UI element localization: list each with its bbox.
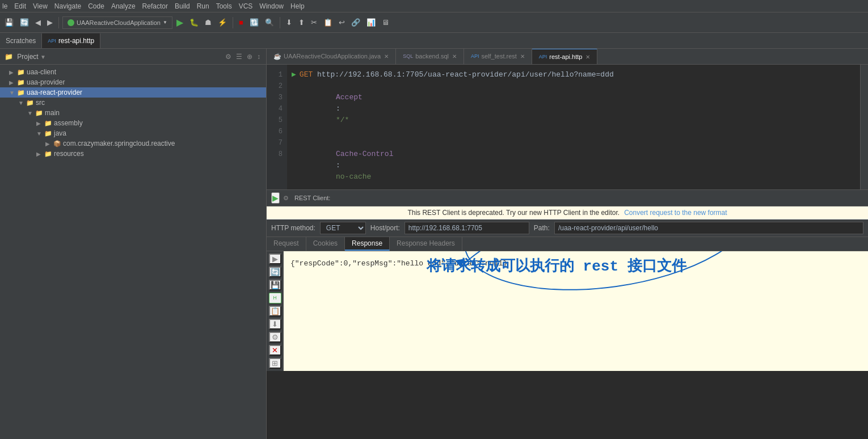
rest-run-button[interactable]: ▶ <box>271 192 280 204</box>
rest-tab-cookies[interactable]: Cookies <box>306 237 345 251</box>
rest-tab-request[interactable]: Request <box>267 237 306 251</box>
line-num-7: 7 <box>267 137 283 149</box>
run-config-selector[interactable]: UAAReactiveCloudApplication ▼ <box>62 16 172 29</box>
tree-item-uaa-client[interactable]: ▶ 📁 uaa-client <box>0 67 266 77</box>
tree-item-resources[interactable]: ▶ 📁 resources <box>0 149 266 159</box>
rest-api-breadcrumb-tab[interactable]: API rest-api.http <box>42 33 100 48</box>
stop-button[interactable]: ■ <box>237 17 246 28</box>
tree-item-uaa-provider[interactable]: ▶ 📁 uaa-provider <box>0 77 266 87</box>
tab-rest-api[interactable]: API rest-api.http ✕ <box>532 49 598 64</box>
response-icon-export[interactable]: ⬇ <box>269 319 281 330</box>
rest-convert-link[interactable]: Convert request to the new format <box>624 209 727 217</box>
menu-le[interactable]: le <box>2 2 7 10</box>
response-icon-x[interactable]: ✕ <box>269 345 281 356</box>
menu-help[interactable]: Help <box>290 2 305 10</box>
project-collapse-btn[interactable]: ↕ <box>256 52 262 61</box>
menu-window[interactable]: Window <box>259 2 284 10</box>
response-left-icons: ▶ 🔄 💾 H 📋 ⬇ ⚙ ✕ ⊞ <box>267 251 284 371</box>
response-icon-reload[interactable]: 🔄 <box>269 267 281 277</box>
rest-path-label: Path: <box>534 224 550 232</box>
tree-folder-icon-java: 📁 <box>44 130 52 137</box>
tab-backend-sql[interactable]: SQL backend.sql ✕ <box>396 49 464 64</box>
rest-deprecated-msg: This REST Client is deprecated. Try our … <box>407 209 620 217</box>
code-line-2: Accept : */* <box>292 81 856 137</box>
menu-edit[interactable]: Edit <box>14 2 26 10</box>
toolbar-new-btn[interactable]: 💾 <box>2 17 16 28</box>
run-button[interactable]: ▶ <box>174 16 186 29</box>
rest-tab-response[interactable]: Response <box>345 237 390 251</box>
code-content[interactable]: ▶ GET http://192.168.68.1:7705/uaa-react… <box>287 65 860 189</box>
tab-label-uaa-app: UAAReactiveCloudApplication.java <box>284 53 381 60</box>
tab-close-rest-api[interactable]: ✕ <box>585 54 590 60</box>
rest-response-panel: ▶ 🔄 💾 H 📋 ⬇ ⚙ ✕ ⊞ {"respCode":0,"respMsg… <box>267 251 868 371</box>
project-folder-icon: 📁 <box>5 53 13 61</box>
tab-close-self-test[interactable]: ✕ <box>520 53 525 60</box>
tab-uaa-application[interactable]: ☕ UAAReactiveCloudApplication.java ✕ <box>267 49 396 64</box>
menu-tools[interactable]: Tools <box>216 2 232 10</box>
menu-bar: le Edit View Navigate Code Analyze Refac… <box>0 0 868 12</box>
rest-client-header: ▶ ⚙ REST Client: <box>267 190 868 206</box>
tab-close-sql[interactable]: ✕ <box>452 53 457 60</box>
tab-icon-uaa-app: ☕ <box>273 53 281 60</box>
inspect-button[interactable]: 🔍 <box>263 17 276 28</box>
profile-button[interactable]: ⚡ <box>216 17 229 28</box>
toolbar-btn-c[interactable]: ✂ <box>309 17 319 28</box>
response-icon-copy[interactable]: 📋 <box>269 306 281 316</box>
scratches-breadcrumb[interactable]: Scratches <box>0 33 42 48</box>
response-icon-settings[interactable]: ⚙ <box>269 332 281 343</box>
debug-button[interactable]: 🐛 <box>187 17 201 28</box>
menu-view[interactable]: View <box>33 2 48 10</box>
menu-navigate[interactable]: Navigate <box>54 2 81 10</box>
toolbar-btn-a[interactable]: ⬇ <box>284 17 294 28</box>
rest-path-input[interactable] <box>554 222 863 234</box>
tree-item-java[interactable]: ▼ 📁 java <box>0 128 266 138</box>
tree-item-src[interactable]: ▼ 📁 src <box>0 98 266 108</box>
menu-build[interactable]: Build <box>175 2 190 10</box>
rest-host-input[interactable] <box>404 222 529 234</box>
response-icon-grid[interactable]: ⊞ <box>269 358 281 369</box>
project-layout-btn[interactable]: ☰ <box>235 52 243 61</box>
toolbar-btn-e[interactable]: ↩ <box>336 17 347 28</box>
toolbar-btn-f[interactable]: 🔗 <box>349 17 363 28</box>
tree-item-uaa-react-provider[interactable]: ▼ 📁 uaa-react-provider <box>0 87 266 98</box>
project-header-icons: ⚙ ☰ ⊕ ↕ <box>224 52 262 61</box>
toolbar-sync-btn[interactable]: 🔄 <box>18 17 31 28</box>
tree-item-main[interactable]: ▼ 📁 main <box>0 108 266 118</box>
coverage-button[interactable]: ☗ <box>203 17 214 28</box>
toolbar-back-btn[interactable]: ◀ <box>33 17 43 28</box>
response-icon-run[interactable]: ▶ <box>269 254 281 264</box>
tab-self-test[interactable]: API self_test.rest ✕ <box>464 49 532 64</box>
tab-close-uaa-app[interactable]: ✕ <box>384 53 389 60</box>
toolbar-btn-g[interactable]: 📊 <box>364 17 378 28</box>
rest-api-icon: API <box>48 38 56 44</box>
toolbar-forward-btn[interactable]: ▶ <box>45 17 55 28</box>
tree-label-uaa-client: uaa-client <box>27 68 56 76</box>
toolbar-btn-b[interactable]: ⬆ <box>296 17 307 28</box>
response-icon-h[interactable]: H <box>269 293 281 303</box>
rest-deprecated-bar: This REST Client is deprecated. Try our … <box>267 206 868 220</box>
run-request-btn[interactable]: ▶ <box>292 69 296 81</box>
right-gutter <box>860 65 868 189</box>
run-config-icon <box>68 19 74 26</box>
menu-vcs[interactable]: VCS <box>239 2 253 10</box>
toolbar-btn-h[interactable]: 🖥 <box>380 17 391 28</box>
rest-method-select[interactable]: GET POST PUT DELETE <box>320 222 366 234</box>
response-icon-save[interactable]: 💾 <box>269 280 281 290</box>
project-options-btn[interactable]: ⊕ <box>246 52 254 61</box>
reload-button[interactable]: 🔃 <box>247 17 261 28</box>
toolbar-btn-d[interactable]: 📋 <box>321 17 335 28</box>
line-num-6: 6 <box>267 126 283 137</box>
line-num-1: 1 <box>267 69 283 81</box>
code-cache-sep: : <box>336 161 345 170</box>
tree-item-assembly[interactable]: ▶ 📁 assembly <box>0 118 266 128</box>
tab-label-rest-api: rest-api.http <box>549 53 582 60</box>
line-numbers: 1 2 3 4 5 6 7 8 <box>267 65 287 189</box>
menu-refactor[interactable]: Refactor <box>142 2 168 10</box>
tree-folder-icon-uaa-client: 📁 <box>17 69 25 76</box>
menu-run[interactable]: Run <box>197 2 209 10</box>
menu-code[interactable]: Code <box>88 2 104 10</box>
tree-item-package[interactable]: ▶ 📦 com.crazymaker.springcloud.reactive <box>0 138 266 149</box>
menu-analyze[interactable]: Analyze <box>111 2 136 10</box>
rest-tab-response-headers[interactable]: Response Headers <box>390 237 462 251</box>
project-settings-btn[interactable]: ⚙ <box>224 52 233 61</box>
